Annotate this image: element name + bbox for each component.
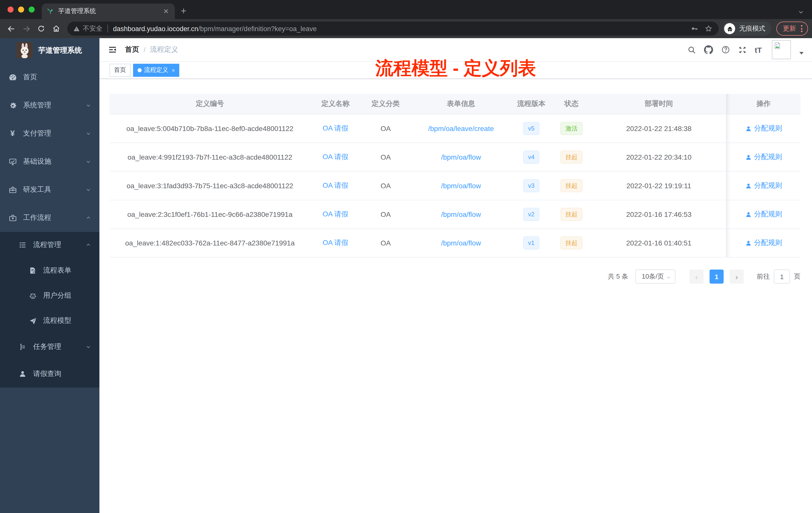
avatar[interactable] [772, 40, 791, 59]
current-page-button[interactable]: 1 [709, 270, 724, 283]
definition-category: OA [360, 229, 411, 257]
screenshot-stage: 芋道管理系统 ✕ + 不安全 dashboard.yudao.iocoder.c… [0, 0, 812, 513]
site-security[interactable]: 不安全 [73, 24, 103, 33]
user-icon [745, 154, 752, 160]
definition-name-link[interactable]: OA 请假 [323, 181, 348, 190]
column-header: 流程版本 [511, 94, 551, 114]
font-size-icon[interactable]: tT [755, 46, 762, 54]
avatar-dropdown-caret-icon[interactable] [799, 51, 804, 55]
next-page-button[interactable]: › [730, 270, 744, 283]
column-header: 操作 [726, 94, 801, 114]
back-button[interactable] [4, 22, 18, 36]
home-button[interactable] [49, 22, 63, 36]
sidebar-fold-icon[interactable] [108, 45, 117, 54]
sidebar-item-payment[interactable]: ¥ 支付管理 [0, 119, 99, 148]
robot-face-icon [28, 292, 37, 300]
sidebar-item-user-group[interactable]: 用户分组 [0, 283, 99, 308]
tab-close-icon[interactable]: ✕ [162, 7, 170, 16]
window-minimize-button[interactable] [18, 6, 24, 12]
assign-rule-button[interactable]: 分配规则 [745, 153, 782, 162]
window-close-button[interactable] [7, 6, 13, 12]
paper-plane-icon [28, 316, 37, 325]
form-link[interactable]: /bpm/oa/flow [441, 153, 481, 161]
goto-page-input[interactable] [774, 270, 790, 283]
sidebar-item-label: 请假查询 [33, 369, 61, 379]
table-row: oa_leave:2:3c1f0ef1-76b1-11ec-9c66-a2380… [110, 200, 801, 229]
sidebar-item-process-management[interactable]: 流程管理 [0, 232, 99, 258]
incognito-icon [724, 23, 735, 34]
omnibox-divider [108, 25, 108, 33]
definition-name-link[interactable]: OA 请假 [323, 153, 348, 162]
breadcrumb-home[interactable]: 首页 [125, 45, 139, 54]
help-question-icon[interactable] [721, 45, 730, 54]
form-link[interactable]: /bpm/oa/flow [441, 210, 481, 218]
sidebar-item-label: 基础设施 [23, 157, 51, 166]
table-header-row: 定义编号 定义名称 定义分类 表单信息 流程版本 状态 部署时间 操作 [110, 94, 801, 115]
todo-list-icon [18, 241, 27, 249]
definition-id: oa_leave:2:3c1f0ef1-76b1-11ec-9c66-a2380… [110, 200, 310, 229]
page-unit-label: 页 [794, 272, 801, 281]
fullscreen-icon[interactable] [738, 46, 747, 54]
sidebar-item-process-form[interactable]: 流程表单 [0, 258, 99, 283]
browser-menu-icon[interactable] [801, 25, 803, 32]
definition-table: 定义编号 定义名称 定义分类 表单信息 流程版本 状态 部署时间 操作 oa_l… [110, 94, 801, 258]
password-key-icon[interactable] [691, 25, 698, 33]
status-badge: 挂起 [560, 236, 582, 249]
sidebar-item-system[interactable]: 系统管理 [0, 91, 99, 119]
sidebar-item-dev-tools[interactable]: 研发工具 [0, 176, 99, 204]
browser-tabstrip: 芋道管理系统 ✕ + [0, 0, 812, 19]
sidebar-item-process-model[interactable]: 流程模型 [0, 308, 99, 333]
search-icon[interactable] [688, 46, 696, 54]
prev-page-button[interactable]: ‹ [690, 270, 703, 283]
url-text[interactable]: dashboard.yudao.iocoder.cn/bpm/manager/d… [113, 25, 686, 32]
assign-rule-button[interactable]: 分配规则 [745, 124, 782, 133]
update-label: 更新 [783, 24, 796, 33]
url-bar[interactable]: 不安全 dashboard.yudao.iocoder.cn/bpm/manag… [67, 22, 719, 36]
definition-name-link[interactable]: OA 请假 [323, 210, 348, 219]
window-zoom-button[interactable] [29, 6, 35, 12]
workflow-submenu: 流程管理 流程表单 用户分组 [0, 232, 99, 388]
form-document-icon [28, 267, 37, 275]
form-link[interactable]: /bpm/oa/flow [441, 239, 481, 247]
assign-rule-button[interactable]: 分配规则 [745, 181, 782, 190]
page-size-select[interactable]: 10条/页 [635, 270, 675, 283]
forward-button[interactable] [19, 22, 33, 36]
user-icon [745, 182, 752, 189]
table-row: oa_leave:5:004b710b-7b8a-11ec-8ef0-acde4… [110, 115, 801, 143]
github-icon[interactable] [704, 45, 713, 54]
chevron-down-icon [85, 187, 91, 193]
sidebar-item-infrastructure[interactable]: 基础设施 [0, 148, 99, 176]
sidebar-item-leave-query[interactable]: 请假查询 [0, 360, 99, 388]
new-tab-button[interactable]: + [181, 5, 186, 17]
definition-name-link[interactable]: OA 请假 [323, 238, 348, 247]
assign-rule-button[interactable]: 分配规则 [745, 210, 782, 219]
toolbox-icon [8, 185, 17, 194]
form-link[interactable]: /bpm/oa/leave/create [428, 124, 494, 132]
browser-tab[interactable]: 芋道管理系统 ✕ [42, 3, 175, 19]
tag-label: 首页 [114, 66, 126, 74]
tab-search-chevron-icon[interactable] [798, 9, 804, 15]
sidebar-item-home[interactable]: 首页 [0, 63, 99, 91]
sidebar-item-task-management[interactable]: 任务管理 [0, 333, 99, 360]
chevron-up-icon [85, 242, 91, 248]
assign-rule-button[interactable]: 分配规则 [745, 238, 782, 247]
column-header: 状态 [551, 94, 591, 114]
sidebar-item-label: 任务管理 [33, 342, 61, 351]
tag-home[interactable]: 首页 [110, 63, 130, 77]
org-tree-icon [18, 343, 27, 351]
sidebar-logo[interactable]: 芋道管理系统 [0, 38, 99, 62]
reload-button[interactable] [34, 22, 48, 36]
page-size-value: 10条/页 [642, 272, 664, 281]
tag-process-definition[interactable]: 流程定义 × [133, 63, 179, 77]
version-badge: v4 [523, 151, 539, 163]
sidebar-item-workflow[interactable]: 工作流程 [0, 204, 99, 232]
total-count: 共 5 条 [608, 272, 628, 281]
tag-close-icon[interactable]: × [172, 67, 175, 73]
deploy-time: 2022-01-22 21:48:38 [591, 115, 726, 143]
app-header: 首页 / 流程定义 流程模型 - 定义列表 [99, 38, 812, 62]
form-link[interactable]: /bpm/oa/flow [441, 182, 481, 190]
bookmark-star-icon[interactable] [704, 25, 713, 33]
browser-update-button[interactable]: 更新 [776, 22, 808, 36]
tags-view-bar: 首页 流程定义 × [99, 62, 812, 79]
definition-name-link[interactable]: OA 请假 [323, 124, 348, 133]
